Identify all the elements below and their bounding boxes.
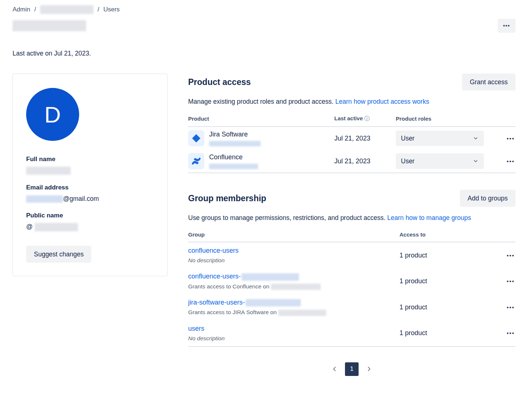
breadcrumb-separator: / [34,6,36,13]
column-header-group: Group [188,231,399,238]
public-name-label: Public name [26,212,154,219]
group-membership-table: Group Access to confluence-users No desc… [188,231,515,347]
product-role-cell: User [396,153,498,169]
full-name-value-redacted [26,167,71,175]
group-description: Grants access to Confluence on [188,283,399,290]
profile-card: D Full name Email address @gmail.com Pub… [13,74,168,276]
add-to-groups-button[interactable]: Add to groups [460,190,515,207]
main-content: D Full name Email address @gmail.com Pub… [13,74,515,376]
last-active-text: Last active on Jul 21, 2023. [13,50,515,57]
group-row: confluence-users No description 1 produc… [188,242,515,268]
product-access-description-text: Manage existing product roles and produc… [188,98,334,105]
group-link[interactable]: jira-software-users- [188,299,245,306]
jira-software-icon [188,130,204,146]
info-icon[interactable]: ⓘ [364,116,370,121]
group-access-count: 1 product [399,303,498,311]
role-dropdown-value: User [401,157,415,165]
group-link[interactable]: users [188,325,204,332]
role-dropdown[interactable]: User [396,131,484,146]
column-header-product-roles: Product roles [396,116,498,122]
product-cell: Jira Software [188,130,334,146]
breadcrumb: Admin / / Users [13,5,515,14]
group-access-count: 1 product [399,329,498,337]
group-membership-title: Group membership [188,193,266,203]
learn-product-access-link[interactable]: Learn how product access works [335,98,429,105]
full-name-field: Full name [26,156,154,175]
group-row: confluence-users- Grants access to Confl… [188,268,515,294]
product-name-stack: Jira Software [209,131,261,146]
group-membership-description: Use groups to manage permissions, restri… [188,213,515,223]
group-row: users No description 1 product ••• [188,320,515,346]
email-field: Email address @gmail.com [26,184,154,203]
group-name-redacted [246,299,301,306]
row-more-icon[interactable]: ••• [506,302,515,313]
learn-manage-groups-link[interactable]: Learn how to manage groups [387,214,471,221]
pagination: 1 [188,362,515,376]
product-row-jira: Jira Software Jul 21, 2023 User ••• [188,127,515,150]
group-access-count: 1 product [399,252,498,259]
group-description: No description [188,335,399,342]
group-link[interactable]: confluence-users- [188,273,241,280]
pagination-next-icon[interactable] [363,363,375,375]
product-access-table: Product Last activeⓘ Product roles Jir [188,115,515,173]
group-description: No description [188,257,399,264]
product-role-cell: User [396,131,498,146]
column-header-product: Product [188,116,334,122]
breadcrumb-admin-link[interactable]: Admin [13,6,30,13]
product-site-redacted [209,164,258,169]
product-row-confluence: Confluence Jul 21, 2023 User ••• [188,150,515,173]
product-access-description: Manage existing product roles and produc… [188,97,515,107]
group-cell: confluence-users No description [188,247,399,264]
group-row: jira-software-users- Grants access to JI… [188,294,515,320]
public-name-field: Public name @ [26,212,154,231]
column-header-last-active: Last activeⓘ [334,115,396,122]
row-more-icon[interactable]: ••• [506,156,515,167]
public-name-redacted [35,223,78,231]
pagination-prev-icon[interactable] [329,363,341,375]
chevron-down-icon [473,158,479,164]
column-header-access-to: Access to [399,231,498,238]
confluence-icon [188,153,204,169]
content-column: Product access Grant access Manage exist… [188,74,515,376]
email-prefix-redacted [26,195,63,203]
breadcrumb-org-redacted[interactable] [40,5,94,14]
product-actions-cell: ••• [498,133,515,144]
product-cell: Confluence [188,153,334,169]
group-link[interactable]: confluence-users [188,247,239,254]
title-row: ••• [13,19,515,33]
pagination-current-page[interactable]: 1 [345,362,359,376]
product-name-stack: Confluence [209,153,258,169]
grant-access-button[interactable]: Grant access [462,74,515,90]
product-last-active: Jul 21, 2023 [334,135,396,142]
group-membership-header: Group membership Add to groups [188,190,515,207]
suggest-changes-button[interactable]: Suggest changes [26,246,91,263]
page-title-redacted [13,20,86,31]
group-access-count: 1 product [399,277,498,285]
product-site-redacted [209,141,261,146]
group-membership-description-text: Use groups to manage permissions, restri… [188,214,385,221]
product-last-active: Jul 21, 2023 [334,157,396,165]
product-name: Jira Software [209,131,261,138]
role-dropdown[interactable]: User [396,153,484,169]
group-cell: jira-software-users- Grants access to JI… [188,299,399,316]
full-name-label: Full name [26,156,154,163]
row-more-icon[interactable]: ••• [506,276,515,287]
role-dropdown-value: User [401,135,415,142]
group-description: Grants access to JIRA Software on [188,309,399,316]
product-name: Confluence [209,153,258,161]
chevron-down-icon [473,135,479,141]
breadcrumb-users-link[interactable]: Users [103,6,120,13]
group-description-redacted [278,310,326,316]
row-more-icon[interactable]: ••• [506,328,515,338]
avatar: D [26,88,79,141]
row-more-icon[interactable]: ••• [506,133,515,144]
email-value: @gmail.com [26,195,154,203]
group-membership-section: Group membership Add to groups Use group… [188,190,515,376]
group-cell: confluence-users- Grants access to Confl… [188,273,399,290]
page-more-icon[interactable]: ••• [498,19,515,33]
group-name-redacted [242,273,299,281]
breadcrumb-separator: / [98,6,99,13]
row-more-icon[interactable]: ••• [506,250,515,261]
group-cell: users No description [188,325,399,342]
group-description-redacted [271,284,321,290]
